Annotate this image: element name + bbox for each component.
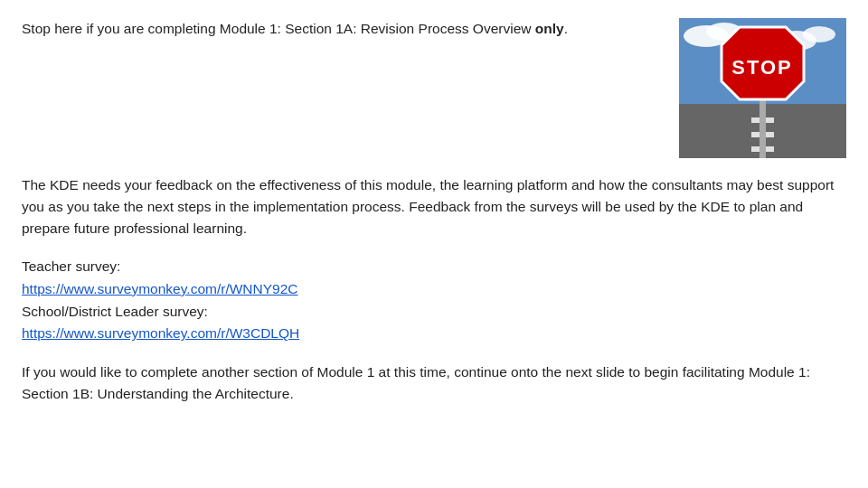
top-text: Stop here if you are completing Module 1… bbox=[22, 18, 661, 39]
continue-text: If you would like to complete another se… bbox=[22, 361, 846, 405]
teacher-survey-link[interactable]: https://www.surveymonkey.com/r/WNNY92C bbox=[22, 281, 297, 296]
svg-text:STOP: STOP bbox=[731, 56, 793, 79]
body-text: The KDE needs your feedback on the effec… bbox=[22, 174, 846, 239]
stop-sign-image: STOP bbox=[679, 18, 846, 158]
body-text-content: The KDE needs your feedback on the effec… bbox=[22, 177, 834, 236]
top-text-content: Stop here if you are completing Module 1… bbox=[22, 21, 568, 36]
survey-section: Teacher survey: https://www.surveymonkey… bbox=[22, 256, 846, 345]
continue-section: If you would like to complete another se… bbox=[22, 361, 846, 405]
teacher-survey-label: Teacher survey: https://www.surveymonkey… bbox=[22, 256, 846, 345]
svg-point-4 bbox=[803, 26, 835, 42]
slide-container: Stop here if you are completing Module 1… bbox=[0, 0, 868, 488]
school-leader-label: School/District Leader survey: bbox=[22, 304, 208, 319]
top-text-part1: Stop here if you are completing Module 1… bbox=[22, 21, 535, 36]
top-text-bold: only bbox=[535, 21, 564, 36]
top-section: Stop here if you are completing Module 1… bbox=[22, 18, 846, 158]
school-leader-link[interactable]: https://www.surveymonkey.com/r/W3CDLQH bbox=[22, 325, 299, 341]
top-text-end: . bbox=[564, 21, 568, 36]
